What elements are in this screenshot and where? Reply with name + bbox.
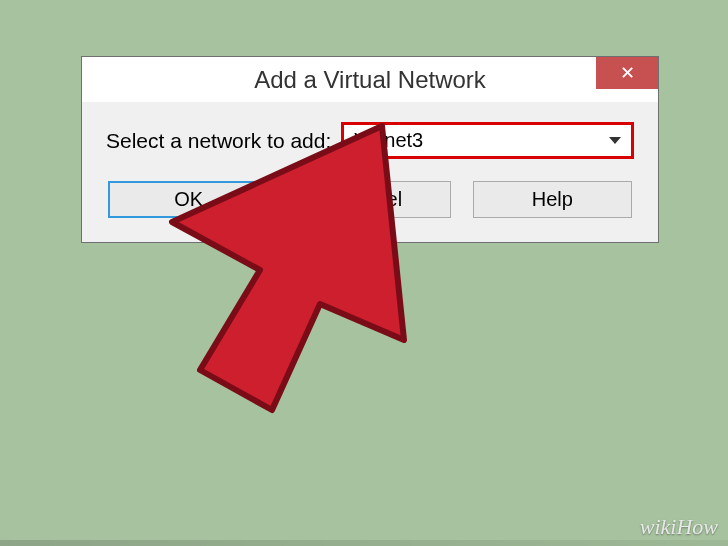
select-row: Select a network to add: VMnet3	[106, 122, 634, 159]
close-button[interactable]: ✕	[596, 57, 658, 89]
network-dropdown[interactable]: VMnet3	[341, 122, 634, 159]
cancel-button[interactable]: Cancel	[291, 181, 450, 218]
bottom-shadow	[0, 540, 728, 546]
dialog-window: Add a Virtual Network ✕ Select a network…	[81, 56, 659, 243]
dialog-title: Add a Virtual Network	[82, 66, 658, 94]
select-label: Select a network to add:	[106, 129, 331, 153]
close-icon: ✕	[620, 62, 635, 84]
titlebar: Add a Virtual Network ✕	[82, 57, 658, 102]
chevron-down-icon	[609, 137, 621, 144]
help-button[interactable]: Help	[473, 181, 632, 218]
watermark: wikiHow	[640, 514, 718, 540]
ok-button[interactable]: OK	[108, 181, 269, 218]
button-row: OK Cancel Help	[106, 181, 634, 218]
dialog-content: Select a network to add: VMnet3 OK Cance…	[82, 102, 658, 218]
dropdown-value: VMnet3	[354, 129, 423, 152]
